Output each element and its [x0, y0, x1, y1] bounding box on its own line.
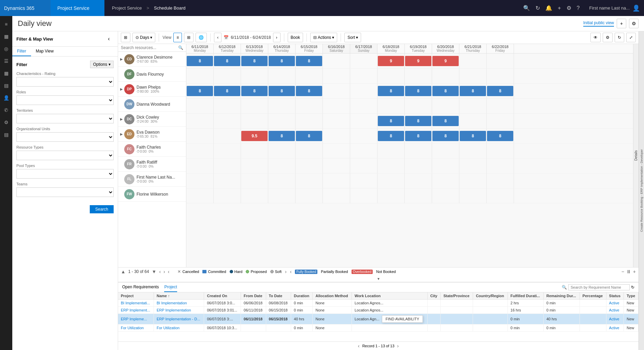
breadcrumb-parent[interactable]: Project Service [112, 5, 142, 11]
legend-prev[interactable]: ‹ [290, 269, 292, 274]
resource-item[interactable]: ▶ DC Dick Cowley ⏱24:00 30% [118, 112, 186, 127]
tab-map-view[interactable]: Map View [31, 47, 58, 56]
booking-block[interactable]: 8 [487, 131, 513, 141]
next-date-button[interactable]: › [273, 33, 281, 42]
help-icon[interactable]: ? [577, 5, 580, 11]
project-link[interactable]: ERP Impleme... [121, 317, 147, 321]
resource-item[interactable]: DW Dianna Woodward [118, 97, 186, 112]
expand-icon[interactable]: ▶ [120, 132, 124, 136]
name-link[interactable]: ERP Implementation [157, 308, 191, 312]
add-view-button[interactable]: + [617, 19, 626, 28]
sidebar-calendar-icon[interactable]: ▦ [1, 68, 12, 79]
view-settings-button[interactable]: ⚙ [629, 19, 639, 28]
booking-block[interactable]: 8 [432, 131, 459, 141]
booking-block[interactable]: 8 [269, 56, 295, 66]
booking-block[interactable]: 8 [187, 86, 213, 96]
resource-item[interactable]: FL First Name Last Na... ⏱0:00 0% [118, 172, 186, 187]
name-link[interactable]: ERP Implementation - D... [157, 317, 200, 321]
name-link[interactable]: BI Implementation [157, 301, 187, 305]
bottom-search-icon[interactable]: 🔍 [562, 285, 567, 290]
booking-block[interactable]: 8 [432, 86, 459, 96]
name-link[interactable]: For Utilization [157, 326, 180, 330]
sort-button[interactable]: Sort ▾ [344, 33, 361, 42]
zoom-in-icon[interactable]: + [633, 269, 636, 274]
booking-block[interactable]: 8 [187, 56, 213, 66]
booking-block[interactable]: 9 [405, 56, 431, 66]
filter-teams-select[interactable] [16, 187, 114, 197]
resource-item[interactable]: ▶ CD Clarence Desimone ⏱67:00 83% [118, 52, 186, 67]
record-next-button[interactable]: › [397, 343, 399, 349]
project-link[interactable]: ERP Implement... [121, 308, 150, 312]
details-panel[interactable]: Details [633, 44, 639, 267]
booking-block[interactable]: 8 [405, 131, 431, 141]
filter-roles-select[interactable] [16, 95, 114, 105]
project-link[interactable]: BI Implementati... [121, 301, 150, 305]
project-service-brand[interactable]: Project Service [51, 0, 104, 16]
zoom-out-icon[interactable]: − [621, 269, 624, 274]
sidebar-settings-icon[interactable]: ⚙ [1, 117, 12, 128]
pagination-next[interactable]: › [163, 269, 165, 274]
booking-block[interactable]: 8 [296, 56, 322, 66]
actions-button[interactable]: ⊟ Actions ▾ [310, 33, 337, 42]
sidebar-chart-icon[interactable]: ▤ [1, 80, 12, 91]
search-icon[interactable]: 🔍 [523, 5, 530, 11]
legend-next[interactable]: › [285, 269, 287, 274]
resource-item[interactable]: FW Florine Wilkerson [118, 187, 186, 202]
search-button[interactable]: Search [90, 205, 114, 213]
refresh-button[interactable]: ↻ [615, 33, 624, 42]
days-dropdown-button[interactable]: ⊙ Days ▾ [132, 33, 155, 42]
expand-grid-button[interactable]: ⊞ [121, 33, 130, 42]
filter-org-units-select[interactable] [16, 132, 114, 142]
expand-icon[interactable]: ▶ [120, 117, 124, 121]
add-icon[interactable]: + [558, 5, 561, 11]
resource-search-icon[interactable]: 🔍 [178, 45, 183, 50]
notification-icon[interactable]: 🔔 [545, 5, 552, 11]
dynamics-brand[interactable]: Dynamics 365 [0, 0, 51, 16]
list-view-button[interactable]: ≡ [173, 33, 182, 42]
expand-icon[interactable]: ▶ [120, 87, 124, 91]
resource-item[interactable]: ▶ ED Eva Dawson ⏱65:30 81% [118, 127, 186, 142]
pagination-expand-down[interactable]: ▼ [152, 269, 157, 274]
booking-block[interactable]: 8 [214, 56, 240, 66]
grid-view-button[interactable]: ⊞ [184, 33, 194, 42]
bottom-refresh-icon[interactable]: ↻ [631, 285, 634, 290]
eye-button[interactable]: 👁 [590, 33, 601, 42]
booking-block[interactable]: 8 [432, 116, 459, 126]
sidebar-folder-icon[interactable]: ▤ [1, 129, 12, 140]
resource-search-input[interactable] [121, 45, 177, 50]
bottom-arrow-icon[interactable]: ▾ [377, 276, 380, 281]
resource-item[interactable]: FC Faith Charles ⏱0:00 0% [118, 142, 186, 157]
booking-block[interactable]: 8 [378, 116, 404, 126]
resource-item[interactable]: DF Davis Flournoy [118, 67, 186, 82]
sidebar-list-icon[interactable]: ☰ [1, 56, 12, 66]
user-area[interactable]: First name Last na... 👤 [585, 4, 644, 12]
table-row[interactable]: BI Implementati... BI Implementation 06/… [118, 300, 639, 307]
booking-block[interactable]: 8 [405, 86, 431, 96]
create-resource-panel[interactable]: Create Resource Booking - ERP Implementa… [639, 31, 644, 350]
status-link[interactable]: Active [609, 308, 619, 312]
tab-open-requirements[interactable]: Open Requirements [122, 283, 159, 292]
booking-block[interactable]: 8 [241, 56, 268, 66]
sidebar-globe-icon[interactable]: ◎ [1, 43, 12, 54]
bottom-search-input[interactable] [568, 284, 630, 290]
booking-block[interactable]: 8 [241, 86, 268, 96]
resource-item[interactable]: ▶ DP Dawn Phelps ⏱80:00 100% [118, 82, 186, 97]
project-link[interactable]: For Utilization [121, 326, 144, 330]
booking-block[interactable]: 8 [214, 86, 240, 96]
record-prev-button[interactable]: ‹ [358, 343, 360, 349]
pause-icon[interactable]: ⏸ [626, 269, 631, 274]
filter-resource-types-select[interactable] [16, 151, 114, 160]
pagination-prev[interactable]: ‹ [159, 269, 161, 274]
pagination-expand-up[interactable]: ▲ [121, 269, 126, 274]
status-link[interactable]: Active [609, 317, 619, 321]
booking-block[interactable]: 8 [296, 86, 322, 96]
booking-block[interactable]: 8 [269, 131, 295, 141]
status-link[interactable]: Active [609, 301, 619, 305]
booking-block[interactable]: 8 [460, 131, 486, 141]
booking-block[interactable]: 8 [378, 131, 404, 141]
sidebar-menu-icon[interactable]: ≡ [1, 19, 12, 30]
table-row[interactable]: ERP Impleme... ERP Implementation - D...… [118, 314, 639, 324]
prev-date-button[interactable]: ‹ [214, 33, 221, 42]
booking-block[interactable]: 9 [432, 56, 459, 66]
filter-territories-select[interactable] [16, 114, 114, 123]
